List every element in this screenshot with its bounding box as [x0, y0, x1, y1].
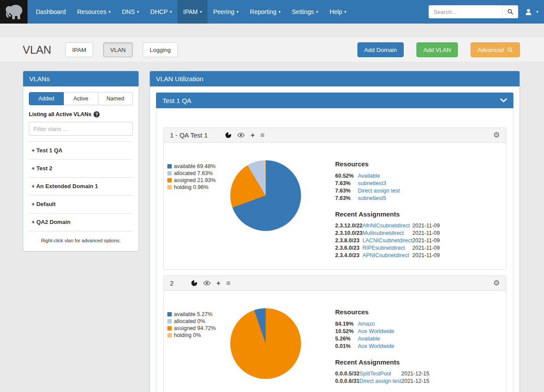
resource-link[interactable]: Amazo [358, 320, 394, 327]
tab-ipam[interactable]: IPAM [65, 42, 93, 57]
legend-swatch [167, 312, 172, 316]
help-icon[interactable]: ? [94, 111, 100, 117]
chevron-down-icon[interactable] [500, 98, 507, 103]
assignment-cidr: 2.3.10.0/23 [335, 229, 363, 237]
assignment-link[interactable]: RIPEsubnetdirect [363, 244, 412, 251]
resource-row: 0.01% Ace Worldwide [335, 342, 394, 350]
advanced-search-button[interactable]: Advanced [471, 42, 520, 57]
nav-item-settings[interactable]: Settings ▾ [286, 0, 324, 24]
assignment-date: 2021-11-09 [412, 244, 440, 251]
gear-icon[interactable]: ⚙ [493, 131, 500, 139]
gear-icon[interactable]: ⚙ [493, 279, 500, 287]
resource-link[interactable]: Available [358, 335, 394, 342]
assignment-cidr: 2.3.8.0/23 [335, 237, 363, 244]
search-input[interactable] [429, 5, 502, 18]
assignment-row: 2.3.4.0/23 APNICsubnetdirect 2021-11-09 [335, 251, 440, 259]
legend-item: assigned 21.93% [167, 177, 216, 184]
nav-item-ipam[interactable]: IPAM ▾ [177, 0, 208, 24]
search-icon [507, 47, 513, 53]
legend-label: allocated 7.63% [174, 170, 213, 177]
resource-percent: 7.63% [335, 187, 358, 194]
nav-item-help[interactable]: Help ▾ [324, 0, 352, 24]
nav-item-dhcp[interactable]: DHCP ▾ [145, 0, 177, 24]
menu-icon[interactable]: ≡ [226, 280, 230, 287]
main-panel-title: VLAN Utilization [150, 71, 520, 86]
details-column: Resources 60.52% Available 7.63% subnett… [335, 160, 499, 259]
assignment-link[interactable]: SplitTestPool [360, 370, 402, 377]
search-button[interactable] [502, 5, 518, 18]
add-domain-button[interactable]: Add Domain [357, 42, 404, 57]
sidebar-help-note: Right-click vlan for advanced options. [29, 238, 133, 243]
vlan-group-title: Test 1 QA [163, 97, 191, 104]
plus-icon[interactable]: + [250, 132, 254, 139]
assignment-link[interactable]: APNICsubnetdirect [363, 251, 412, 259]
nav-item-resources[interactable]: Resources ▾ [72, 0, 116, 24]
vlan-list-item[interactable]: + Test 1 QA [29, 141, 133, 159]
resource-link[interactable]: subnettest5 [358, 194, 400, 202]
tab-logging[interactable]: Logging [143, 42, 178, 57]
plus-icon[interactable]: + [216, 280, 220, 287]
nav-label: Dashboard [36, 8, 66, 15]
caret-down-icon: ▾ [278, 10, 281, 14]
menu-icon[interactable]: ≡ [260, 132, 264, 139]
resources-heading: Resources [335, 308, 499, 316]
assignment-date: 2021-12-15 [401, 370, 429, 377]
tab-vlan[interactable]: VLAN [103, 42, 132, 57]
legend-swatch [167, 185, 172, 189]
assignment-link[interactable]: Direct assign test [360, 377, 402, 385]
legend-swatch [167, 171, 172, 175]
resource-link[interactable]: Ace Worldwide [358, 327, 394, 335]
caret-down-icon: ▾ [137, 10, 139, 14]
resource-link[interactable]: Ace Worldwide [358, 342, 394, 350]
vlans-sidebar-panel: VLANs Added Active Named Listing all Act… [23, 71, 139, 251]
assignment-row: 2.3.10.0/23 Multisubnetdirect 2021-11-09 [335, 229, 440, 237]
assignment-link[interactable]: Multisubnetdirect [363, 229, 412, 237]
caret-down-icon: ▾ [200, 10, 202, 14]
resource-row: 5.26% Available [335, 335, 394, 342]
add-vlan-button[interactable]: Add VLAN [416, 42, 458, 57]
resource-percent: 7.63% [335, 194, 358, 202]
nav-item-peering[interactable]: Peering ▾ [208, 0, 244, 24]
user-menu[interactable]: ▾ [525, 8, 538, 16]
assignment-link[interactable]: AfriNICsubnetdirect [363, 222, 412, 229]
nav-item-dashboard[interactable]: Dashboard [30, 0, 72, 24]
nav-item-dns[interactable]: DNS ▾ [116, 0, 145, 24]
legend-label: allocated 0% [174, 318, 205, 325]
legend-item: allocated 0% [167, 318, 216, 325]
assignment-cidr: 2.3.12.0/22 [335, 222, 363, 229]
tab-added[interactable]: Added [29, 92, 64, 105]
resource-link[interactable]: Available [358, 172, 400, 179]
chart-legend: available 5.27% allocated 0% assigned 94… [167, 311, 216, 339]
advanced-label: Advanced [478, 47, 504, 53]
resource-link[interactable]: subnettest3 [358, 179, 400, 187]
pie-chart-icon[interactable] [191, 280, 198, 286]
vlan-group-header[interactable]: Test 1 QA [156, 93, 513, 108]
tab-active[interactable]: Active [64, 92, 98, 105]
vlan-filter-input[interactable] [29, 122, 133, 136]
assignment-row: 0.0.0.6/31 Direct assign test 2021-12-15 [335, 377, 429, 385]
legend-label: holding 0% [174, 332, 201, 339]
legend-item: holding 0.96% [167, 184, 216, 191]
resources-table: 84.19% Amazo 10.52% Ace Worldwide 5.26% … [335, 320, 394, 350]
legend-swatch [167, 326, 172, 330]
tab-named[interactable]: Named [98, 92, 133, 105]
resource-percent: 60.52% [335, 172, 358, 179]
eye-icon[interactable] [237, 133, 245, 138]
assignment-link[interactable]: LACNICsubnetdirect [363, 237, 412, 244]
assignment-date: 2021-11-09 [412, 237, 440, 244]
resource-percent: 5.26% [335, 335, 358, 342]
eye-icon[interactable] [203, 281, 211, 285]
resource-row: 7.63% Direct assign test [335, 187, 400, 194]
vlan-list-item[interactable]: + Test 2 [29, 159, 133, 177]
app-logo[interactable] [0, 0, 28, 24]
vlan-list-item[interactable]: + Default [29, 195, 133, 213]
assignment-row: 0.0.0.5/32 SplitTestPool 2021-12-15 [335, 370, 429, 377]
caret-down-icon: ▾ [108, 10, 111, 14]
nav-item-reporting[interactable]: Reporting ▾ [244, 0, 286, 24]
resource-link[interactable]: Direct assign test [358, 187, 400, 194]
utilization-pie-chart [230, 160, 301, 231]
vlan-list-item[interactable]: + An Extended Domain 1 [29, 177, 133, 195]
card-body: available 69.48% allocated 7.63% assigne… [164, 143, 506, 269]
pie-chart-icon[interactable] [225, 132, 232, 138]
vlan-list-item[interactable]: + QA2 Domain [29, 213, 133, 231]
